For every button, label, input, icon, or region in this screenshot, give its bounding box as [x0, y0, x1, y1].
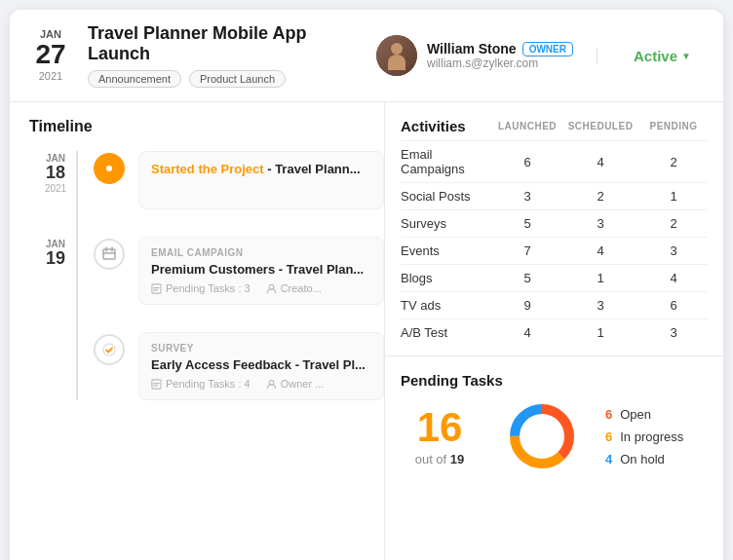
activity-rows: Email Campaigns 6 4 2 Social Posts 3 2 1…	[401, 140, 708, 346]
user-info: William Stone OWNER william.s@zylker.com	[427, 41, 573, 70]
activity-pending: 3	[639, 325, 708, 340]
svg-point-6	[269, 380, 274, 385]
user-name-row: William Stone OWNER	[427, 41, 573, 56]
user-section: William Stone OWNER william.s@zylker.com	[376, 35, 573, 76]
activity-pending: 2	[639, 216, 708, 231]
activity-row: Social Posts 3 2 1	[401, 182, 708, 209]
stat-hold-label: On hold	[620, 452, 665, 467]
timeline-content-1[interactable]: Started the Project - Travel Plann...	[138, 151, 384, 209]
status-section: Active ▼	[597, 48, 704, 64]
activity-scheduled: 4	[561, 155, 639, 169]
tl-title-1: Started the Project - Travel Plann...	[151, 162, 371, 176]
activity-row: Email Campaigns 6 4 2	[401, 140, 708, 182]
timeline-content-2[interactable]: EMAIL CAMPAIGN Premium Customers - Trave…	[138, 237, 384, 305]
activity-row: Events 7 4 3	[401, 237, 708, 264]
activities-section: Activities LAUNCHED SCHEDULED PENDING Em…	[385, 102, 723, 356]
activity-row: A/B Test 4 1 3	[401, 318, 708, 346]
pending-total: 19	[450, 452, 464, 467]
activity-pending: 2	[639, 155, 708, 169]
tl-meta-owner-3: Owner ...	[266, 378, 325, 390]
activities-title: Activities	[401, 118, 493, 134]
timeline-section: Timeline JAN 18 2021 Started the P	[10, 102, 385, 560]
col-pending: PENDING	[639, 121, 708, 131]
stat-on-hold: 4 On hold	[605, 452, 683, 467]
svg-rect-2	[152, 283, 161, 292]
timeline: JAN 18 2021 Started the Project - Travel…	[25, 151, 384, 400]
pending-body: 16 out of 19	[401, 402, 708, 470]
body: Timeline JAN 18 2021 Started the P	[10, 102, 723, 560]
col-launched: LAUNCHED	[493, 121, 561, 131]
activity-launched: 3	[493, 189, 561, 204]
col-scheduled: SCHEDULED	[561, 121, 639, 131]
activities-header: Activities LAUNCHED SCHEDULED PENDING	[401, 118, 708, 134]
activity-row: Surveys 5 3 2	[401, 209, 708, 237]
tag-announcement[interactable]: Announcement	[88, 70, 181, 88]
activity-pending: 4	[639, 271, 708, 285]
status-label: Active	[634, 48, 677, 64]
tl-meta-3: Pending Tasks : 4 Owner ...	[151, 378, 371, 390]
tl-label-3: SURVEY	[151, 343, 371, 354]
header-title-section: Travel Planner Mobile App Launch Announc…	[88, 23, 353, 88]
pending-out: out of 19	[401, 452, 479, 467]
timeline-content-3[interactable]: SURVEY Early Access Feedback - Travel Pl…	[138, 332, 384, 400]
pending-count-block: 16 out of 19	[401, 407, 479, 467]
tl-meta-pending-2: Pending Tasks : 3	[151, 282, 251, 294]
timeline-icon-1	[94, 153, 125, 184]
tl-meta-2: Pending Tasks : 3 Creato...	[151, 282, 371, 294]
avatar	[376, 35, 417, 76]
date-block: JAN 27 2021	[29, 29, 72, 82]
activity-launched: 6	[493, 155, 561, 169]
pending-number: 16	[401, 407, 479, 448]
tag-product-launch[interactable]: Product Launch	[189, 70, 286, 88]
user-name: William Stone	[427, 41, 517, 56]
tl-day-1: 18	[35, 164, 76, 183]
tl-title-2: Premium Customers - Travel Plan...	[151, 262, 371, 277]
activity-name: Events	[401, 243, 493, 258]
date-day: 27	[29, 40, 72, 70]
stat-hold-value: 4	[605, 452, 612, 467]
project-title: Travel Planner Mobile App Launch	[88, 23, 353, 64]
activity-launched: 7	[493, 243, 561, 258]
timeline-icon-3	[94, 334, 125, 365]
timeline-title: Timeline	[25, 118, 384, 135]
right-section: Activities LAUNCHED SCHEDULED PENDING Em…	[385, 102, 723, 560]
stat-in-progress: 6 In progress	[605, 429, 683, 444]
activity-name: Surveys	[401, 216, 493, 231]
stat-open-label: Open	[620, 407, 651, 422]
chevron-down-icon: ▼	[681, 51, 691, 61]
activity-name: A/B Test	[401, 325, 493, 340]
avatar-image	[376, 35, 417, 76]
activity-scheduled: 3	[561, 216, 639, 231]
activity-row: TV ads 9 3 6	[401, 291, 708, 318]
activity-name: Social Posts	[401, 189, 493, 204]
activity-scheduled: 3	[561, 298, 639, 313]
timeline-date-1: JAN 18 2021	[35, 151, 76, 194]
timeline-item-3: SURVEY Early Access Feedback - Travel Pl…	[35, 332, 384, 400]
activity-launched: 4	[493, 325, 561, 340]
svg-point-4	[103, 344, 115, 355]
user-email: william.s@zylker.com	[427, 56, 573, 70]
stat-open-value: 6	[605, 407, 612, 422]
status-button[interactable]: Active ▼	[634, 48, 691, 64]
tl-meta-pending-3: Pending Tasks : 4	[151, 378, 251, 390]
activity-launched: 5	[493, 271, 561, 285]
tl-title-3: Early Access Feedback - Travel Pl...	[151, 357, 371, 372]
owner-badge: OWNER	[522, 42, 573, 56]
pending-stats: 6 Open 6 In progress 4 On hold	[605, 407, 683, 467]
tl-label-2: EMAIL CAMPAIGN	[151, 247, 371, 258]
activity-pending: 3	[639, 243, 708, 258]
svg-point-3	[269, 284, 274, 289]
activity-scheduled: 2	[561, 189, 639, 204]
timeline-item: JAN 18 2021 Started the Project - Travel…	[35, 151, 384, 209]
activity-name: Blogs	[401, 271, 493, 285]
activity-name: TV ads	[401, 298, 493, 313]
tl-day-2: 19	[35, 249, 76, 269]
activity-pending: 1	[639, 189, 708, 204]
svg-point-0	[106, 166, 112, 171]
timeline-item-2: JAN 19 EMAIL CAMPAIGN Premium Customers …	[35, 237, 384, 305]
timeline-icon-2	[94, 239, 125, 270]
tag-row: Announcement Product Launch	[88, 70, 353, 88]
svg-rect-1	[103, 249, 115, 259]
stat-progress-label: In progress	[620, 429, 683, 444]
activity-name: Email Campaigns	[401, 147, 493, 176]
